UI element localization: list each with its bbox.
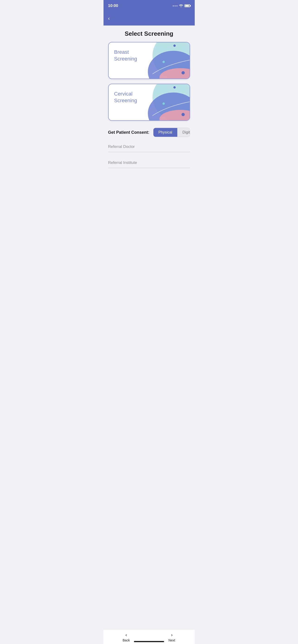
svg-point-11 bbox=[181, 113, 185, 116]
page-title-container: Select Screening bbox=[104, 26, 195, 40]
nav-bar: ‹ bbox=[104, 12, 195, 26]
wifi-icon bbox=[179, 4, 183, 8]
cervical-screening-card[interactable]: CervicalScreening bbox=[108, 84, 190, 121]
signal-icon bbox=[173, 5, 178, 6]
consent-section: Get Patient Consent: Physical Digital bbox=[108, 126, 190, 142]
consent-toggle: Physical Digital bbox=[153, 128, 190, 137]
cervical-card-decoration bbox=[139, 84, 190, 120]
svg-point-5 bbox=[181, 71, 185, 74]
breast-screening-card[interactable]: BreastScreening bbox=[108, 42, 190, 79]
physical-consent-button[interactable]: Physical bbox=[153, 128, 178, 137]
referral-doctor-group bbox=[108, 142, 190, 152]
referral-doctor-input[interactable] bbox=[108, 142, 190, 152]
page-title: Select Screening bbox=[108, 30, 190, 37]
breast-card-decoration bbox=[139, 42, 190, 78]
main-content: BreastScreening CervicalScreening bbox=[104, 40, 195, 197]
svg-point-4 bbox=[162, 61, 165, 63]
digital-consent-button[interactable]: Digital bbox=[177, 128, 190, 137]
referral-institute-input[interactable] bbox=[108, 158, 190, 168]
cervical-screening-label: CervicalScreening bbox=[114, 91, 137, 104]
breast-screening-label: BreastScreening bbox=[114, 49, 137, 62]
status-icons bbox=[173, 4, 190, 8]
svg-point-10 bbox=[162, 102, 165, 105]
status-bar: 10:00 bbox=[104, 0, 195, 12]
battery-icon bbox=[184, 4, 190, 7]
svg-point-9 bbox=[173, 86, 176, 88]
svg-point-3 bbox=[173, 44, 176, 47]
back-nav-button[interactable]: ‹ bbox=[108, 16, 110, 22]
status-time: 10:00 bbox=[108, 4, 118, 8]
consent-label: Get Patient Consent: bbox=[108, 130, 149, 135]
referral-institute-group bbox=[108, 158, 190, 168]
